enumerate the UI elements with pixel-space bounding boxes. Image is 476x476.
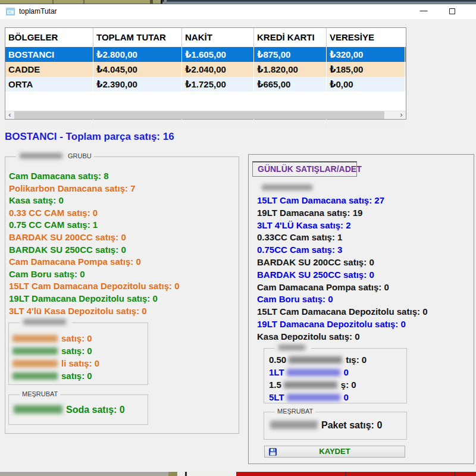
sales-item: 0.33CC Cam satış: 1 [257, 231, 471, 244]
column-header[interactable]: VERESİYE [327, 28, 405, 47]
table-cell: ₺185,00 [327, 62, 405, 77]
redacted-text [14, 405, 62, 414]
right-panel: GÜNLÜK SATIŞLAR/ADET 15LT Cam Damacana s… [248, 154, 474, 464]
right-sub-group-box: 0.50tış: 01LT01.5ş: 05LT0 [264, 348, 407, 403]
table-cell: ORTA [5, 77, 93, 92]
redacted-text [23, 319, 66, 325]
redacted-text [262, 184, 312, 190]
sales-item: satış: 0 [11, 345, 148, 357]
table-cell: CADDE [5, 62, 93, 77]
scrollbar-thumb[interactable] [14, 111, 384, 119]
sales-item: 1.5ş: 0 [269, 378, 406, 391]
table-row[interactable]: BOSTANCI₺2.800,00₺1.605,00₺875,00₺320,00 [5, 47, 406, 62]
sales-item: 15LT Cam Damacana Depozitolu satış: 0 [9, 280, 236, 293]
window-title: toplamTutar [19, 7, 57, 15]
sales-item: 1LT0 [269, 366, 406, 378]
redacted-text [284, 381, 337, 389]
sales-item: 19LT Damacana Depozitolu satış: 0 [257, 318, 471, 331]
table-cell: ₺875,00 [254, 47, 327, 62]
redacted-text [270, 421, 318, 429]
sales-item: 19LT Damacana Depozitolu satış: 0 [9, 293, 236, 305]
column-header[interactable]: NAKİT [182, 28, 254, 47]
sales-item: Kasa Depozitolu satış: 0 [257, 331, 471, 343]
left-sub-group-box: satış: 0satış: 0li satış: 0satış: 0 [8, 322, 148, 385]
background-red-cells [236, 472, 476, 476]
redacted-text [12, 335, 58, 342]
table-cell: ₺4.045,00 [93, 62, 182, 77]
background-window-bottom-strip [0, 472, 476, 476]
table-cell: BOSTANCI [5, 47, 93, 62]
sales-item: Paket satış: 0 [269, 418, 406, 433]
sales-item: BARDAK SU 200CC satış: 0 [257, 256, 471, 269]
sales-item: satış: 0 [11, 369, 148, 382]
sales-item: BARDAK SU 250CC satış: 0 [257, 269, 471, 281]
table-cell: ₺0,00 [327, 77, 405, 92]
redacted-text [287, 369, 340, 376]
divider [345, 472, 346, 476]
sales-item: BARDAK SU 200CC satış: 0 [9, 231, 236, 244]
table-cell: ₺1.725,00 [182, 77, 254, 92]
app-icon [6, 7, 15, 16]
redacted-text [12, 360, 58, 367]
right-mesrubat-box: MEŞRUBAT Paket satış: 0 [264, 412, 407, 440]
regions-table[interactable]: BÖLGELERTOPLAM TUTARNAKİTKREDİ KARTIVERE… [5, 27, 406, 120]
redacted-text [289, 356, 342, 364]
sales-item: 15LT Cam Damacana Depozitolu satış: 0 [257, 306, 471, 318]
left-sales-list: Cam Damacana satış: 8Polikarbon Damacana… [9, 170, 236, 317]
table-row[interactable]: ORTA₺2.390,00₺1.725,00₺665,00₺0,00 [5, 77, 406, 92]
right-sales-list: 15LT Cam Damacana satış: 2719LT Damacana… [257, 195, 471, 343]
column-header[interactable]: BÖLGELER [5, 28, 93, 47]
table-cell: ₺1.820,00 [254, 62, 327, 77]
table-cell: ₺1.605,00 [182, 47, 254, 62]
left-mesrubat-label: MEŞRUBAT [20, 390, 60, 397]
sales-item: Kasa satış: 0 [9, 195, 236, 207]
sales-item: Cam Damacana satış: 8 [9, 170, 236, 183]
sales-item: BARDAK SU 250CC satış: 0 [9, 244, 236, 256]
left-group-box: GRUBU Cam Damacana satış: 8Polikarbon Da… [5, 156, 239, 434]
scroll-left-icon[interactable]: ‹ [5, 111, 14, 119]
maximize-button[interactable] [444, 4, 461, 19]
maximize-icon [449, 8, 455, 14]
minimize-icon: — [420, 6, 428, 15]
save-button[interactable]: KAYDET [264, 446, 405, 458]
column-header[interactable]: TOPLAM TUTAR [93, 28, 182, 47]
group-label-suffix: GRUBU [68, 152, 92, 159]
redacted-text [278, 345, 305, 350]
table-cell: ₺2.800,00 [93, 47, 182, 62]
floppy-disk-icon [269, 448, 277, 456]
sales-item: 3LT 4'lü Kasa Depozitolu satış: 0 [9, 305, 236, 318]
selected-region-summary: BOSTANCI - Toplam parça satış: 16 [5, 131, 174, 143]
sales-item: Cam Damacana Pompa satış: 0 [257, 281, 471, 294]
background-fragment [168, 472, 177, 476]
redacted-text [20, 153, 62, 159]
redacted-text [12, 372, 58, 380]
table-cell: ₺665,00 [254, 77, 327, 92]
column-header[interactable]: KREDİ KARTI [254, 28, 327, 47]
sales-item: 0.75CC Cam satış: 3 [257, 244, 471, 256]
sales-item: Soda satış: 0 [12, 403, 148, 417]
sales-item: 0.33 CC CAM satış: 0 [9, 207, 236, 220]
sales-item: 3LT 4'LÜ Kasa satış: 2 [257, 220, 471, 232]
save-button-label: KAYDET [265, 446, 405, 457]
horizontal-scrollbar[interactable]: ‹ › [5, 111, 406, 119]
sales-item: Cam Boru satış: 0 [257, 293, 471, 306]
titlebar[interactable]: toplamTutar — [0, 4, 476, 19]
redacted-text [12, 347, 58, 355]
toplam-tutar-window: toplamTutar — BÖLGELERTOPLAM TUTARNAKİTK… [0, 4, 476, 472]
right-sub-sales-list: 0.50tış: 01LT01.5ş: 05LT0 [269, 353, 406, 403]
table-cell: ₺2.040,00 [182, 62, 254, 77]
sales-item: 0.50tış: 0 [269, 353, 406, 366]
daily-sales-tab[interactable]: GÜNLÜK SATIŞLAR/ADET [252, 161, 357, 177]
scroll-right-icon[interactable]: › [397, 111, 406, 119]
grid-line [5, 126, 406, 126]
sales-item: 15LT Cam Damacana satış: 27 [257, 195, 471, 207]
table-cell: ₺320,00 [327, 47, 405, 62]
left-mesrubat-box: MEŞRUBAT Soda satış: 0 [8, 394, 148, 425]
sales-item: Cam Boru satış: 0 [9, 268, 236, 281]
left-sub-group-label [20, 318, 72, 325]
sales-item: Polikarbon Damacana satış: 7 [9, 183, 236, 195]
minimize-button[interactable]: — [415, 4, 432, 19]
table-row[interactable]: CADDE₺4.045,00₺2.040,00₺1.820,00₺185,00 [5, 62, 406, 77]
table-body: BOSTANCI₺2.800,00₺1.605,00₺875,00₺320,00… [5, 47, 406, 92]
sales-item: 5LT0 [269, 391, 406, 403]
